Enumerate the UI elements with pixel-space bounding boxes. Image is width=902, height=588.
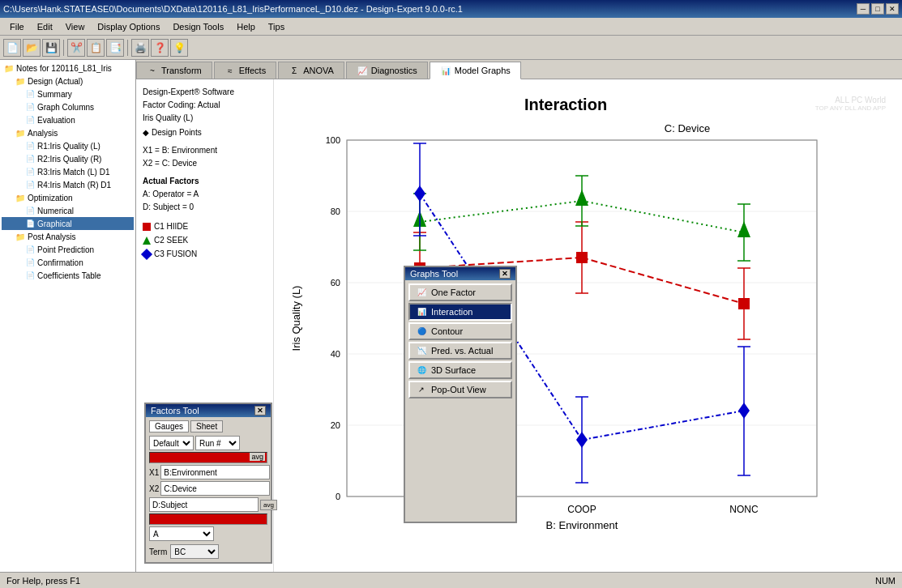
sidebar-item-confirmation[interactable]: 📄 Confirmation [2,256,134,269]
menu-view[interactable]: View [59,20,92,33]
graphs-tool-content: 📈 One Factor 📊 Interaction 🔵 Contour [405,280,515,402]
ft-d-avg[interactable]: avg [260,500,277,510]
ft-term-label: Term [149,548,167,556]
ft-run-select[interactable]: Run # [195,436,240,450]
graphs-tool-title-text: Graphs Tool [410,269,458,279]
sidebar-label-graph-cols: Graph Columns [37,103,94,112]
tab-model-graphs[interactable]: 📊 Model Graphs [430,62,521,79]
new-button[interactable]: 📄 [3,39,21,57]
chart-subtitle: C: Device [665,122,710,134]
sidebar-label-conf: Confirmation [37,258,83,267]
legend-color-c2 [143,236,151,245]
ft-x1-row: X1 [149,465,267,479]
sidebar-item-summary[interactable]: 📄 Summary [2,87,134,100]
sidebar-item-r2[interactable]: 📄 R2:Iris Quality (R) [2,152,134,165]
sidebar-item-point-pred[interactable]: 📄 Point Prediction [2,243,134,256]
copy-button[interactable]: 📋 [87,39,105,57]
menu-bar: File Edit View Display Options Design To… [0,18,902,36]
gt-one-factor[interactable]: 📈 One Factor [408,283,512,301]
menu-tips[interactable]: Tips [262,20,291,33]
tab-anova[interactable]: Σ ANOVA [278,62,344,79]
menu-help[interactable]: Help [230,20,262,33]
sidebar-item-graph-columns[interactable]: 📄 Graph Columns [2,100,134,113]
3d-surface-icon: 🌐 [415,365,428,375]
sidebar-item-coeff-table[interactable]: 📄 Coefficients Table [2,269,134,282]
sidebar-label-r3: R3:Iris Match (L) D1 [37,168,109,177]
folder-icon-post: 📁 [15,231,26,242]
af2-label: D: Subject = 0 [143,201,267,214]
sidebar-item-numerical[interactable]: 📄 Numerical [2,204,134,217]
sidebar-item-optimization[interactable]: 📁 Optimization [2,191,134,204]
window-controls: ─ □ ✕ [857,3,899,15]
graphs-tool-close[interactable]: ✕ [499,269,511,279]
menu-design-tools[interactable]: Design Tools [166,20,230,33]
xtick-nonc: NONC [729,504,759,515]
interaction-icon: 📊 [415,307,428,317]
minimize-button[interactable]: ─ [857,3,870,15]
print-button[interactable]: 🖨️ [131,39,149,57]
sidebar-label-r1: R1:Iris Quality (L) [37,142,100,151]
factors-tool-close[interactable]: ✕ [254,406,266,415]
gt-3d-surface[interactable]: 🌐 3D Surface [408,361,512,379]
ft-x1-input[interactable] [160,465,270,479]
open-button[interactable]: 📂 [23,39,41,57]
ft-a-select[interactable]: A [149,526,214,541]
ft-tab-sheet[interactable]: Sheet [190,420,223,432]
sidebar-tree: 📁 Notes for 120116_L81_Iris 📁 Design (Ac… [0,60,136,572]
doc-icon-num: 📄 [24,205,36,216]
gt-contour[interactable]: 🔵 Contour [408,322,512,340]
paste-button[interactable]: 📑 [106,39,124,57]
sidebar-item-notes[interactable]: 📁 Notes for 120116_L81_Iris [2,62,134,75]
ft-default-select[interactable]: Default [149,436,194,450]
legend-color-c3 [141,249,152,260]
ft-d-slider-row [149,513,267,525]
save-button[interactable]: 💾 [42,39,60,57]
ft-slider[interactable]: avg [149,452,267,463]
ytick-40: 40 [331,349,340,359]
sidebar-label-eval: Evaluation [37,116,75,125]
ft-term-select[interactable]: BC [170,544,219,559]
gt-pred-actual[interactable]: 📉 Pred. vs. Actual [408,342,512,360]
sidebar-item-design[interactable]: 📁 Design (Actual) [2,75,134,87]
graphs-tool: Graphs Tool ✕ 📈 One Factor 📊 Interaction [404,266,517,523]
sidebar-label-pred: Point Prediction [37,245,94,254]
tab-transform[interactable]: ~ Transform [136,62,212,79]
af1-label: A: Operator = A [143,188,267,201]
close-button[interactable]: ✕ [886,3,899,15]
menu-display-options[interactable]: Display Options [91,20,166,33]
help-button[interactable]: ❓ [151,39,169,57]
contour-icon: 🔵 [415,326,428,336]
legend-color-c1 [143,223,151,231]
sidebar-item-r1[interactable]: 📄 R1:Iris Quality (L) [2,139,134,152]
factors-tool-title: Factors Tool ✕ [146,404,271,417]
sidebar-item-r4[interactable]: 📄 R4:Iris Match (R) D1 [2,178,134,191]
sidebar-item-post-analysis[interactable]: 📁 Post Analysis [2,230,134,243]
menu-file[interactable]: File [3,20,31,33]
ft-x2-input[interactable] [160,481,270,496]
sidebar-item-graphical[interactable]: 📄 Graphical [2,217,134,230]
gt-interaction[interactable]: 📊 Interaction [408,303,512,321]
sidebar-item-evaluation[interactable]: 📄 Evaluation [2,113,134,126]
tab-diagnostics[interactable]: 📈 Diagnostics [346,62,428,79]
doc-icon-r2: 📄 [24,153,36,164]
legend-item-c1: C1 HIIDE [143,220,267,233]
menu-edit[interactable]: Edit [31,20,59,33]
legend-label-c2: C2 SEEK [154,234,188,247]
gt-pop-out-label: Pop-Out View [431,385,486,394]
ft-d-input[interactable] [149,497,259,512]
ft-tab-gauges[interactable]: Gauges [149,420,189,432]
actual-factors-header: Actual Factors [143,175,267,188]
status-bar: For Help, press F1 NUM [0,572,902,588]
tab-effects[interactable]: ≈ Effects [214,62,276,79]
x2-label: X2 = C: Device [143,157,267,170]
tab-anova-label: ANOVA [303,66,334,75]
sidebar-item-r3[interactable]: 📄 R3:Iris Match (L) D1 [2,165,134,178]
gt-pop-out[interactable]: ↗ Pop-Out View [408,381,512,398]
maximize-button[interactable]: □ [871,3,884,15]
tab-effects-label: Effects [239,66,266,75]
toolbar: 📄 📂 💾 ✂️ 📋 📑 🖨️ ❓ 💡 [0,36,902,60]
ft-d-slider[interactable] [149,513,267,525]
lightbulb-button[interactable]: 💡 [170,39,188,57]
sidebar-item-analysis[interactable]: 📁 Analysis [2,126,134,139]
cut-button[interactable]: ✂️ [67,39,85,57]
